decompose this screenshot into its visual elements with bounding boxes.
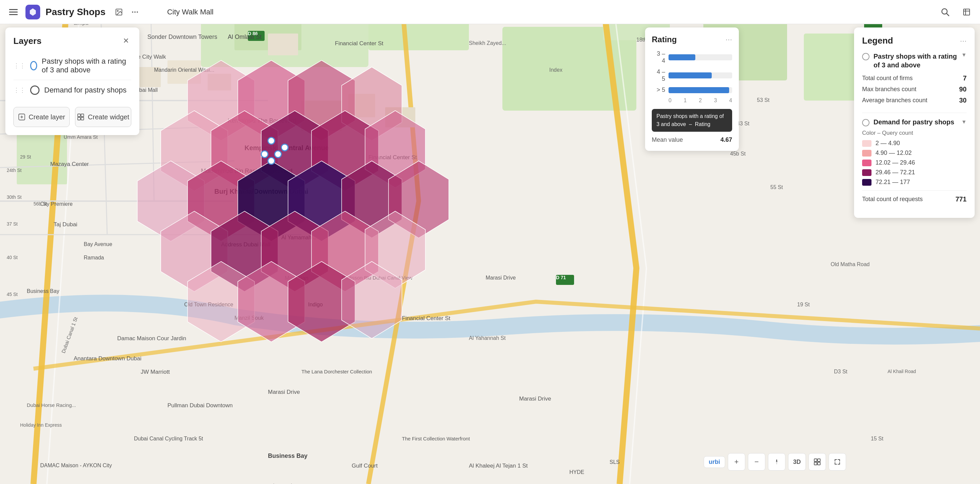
menu-icon[interactable] — [7, 5, 20, 19]
legend-color-row-5: 72.21 — 177 — [862, 179, 967, 186]
color-label-1: 2 — 4.90 — [875, 140, 900, 147]
svg-point-65 — [137, 11, 138, 13]
topbar-icons — [112, 5, 142, 19]
zoom-in-button[interactable]: + — [728, 453, 745, 471]
rating-mean: Mean value 4.67 — [652, 136, 732, 144]
create-widget-button[interactable]: Create widget — [75, 107, 131, 127]
rating-label-2: 4 – 5 — [652, 69, 665, 83]
tooltip-sublabel: Rating — [695, 121, 710, 127]
legend-radio-1[interactable] — [862, 53, 869, 60]
app-title: Pastry Shops — [46, 7, 105, 18]
stat-value-firms: 7 — [963, 74, 967, 82]
color-swatch-3 — [862, 160, 872, 166]
legend-expand-2[interactable]: ▼ — [961, 119, 967, 125]
axis-3: 3 — [714, 97, 717, 104]
rating-fill-3 — [668, 87, 729, 93]
legend-section-2: Demand for pastry shops ▼ Color – Query … — [862, 118, 967, 203]
legend-expand-1[interactable]: ▼ — [961, 52, 967, 58]
zoom-out-button[interactable]: − — [748, 453, 765, 471]
axis-2: 2 — [699, 97, 702, 104]
mean-label: Mean value — [652, 136, 683, 144]
svg-rect-68 — [964, 9, 970, 15]
stat-label-avg: Average branches count — [862, 97, 928, 104]
legend-menu-icon[interactable]: ⋯ — [960, 37, 967, 45]
legend-color-row-1: 2 — 4.90 — [862, 140, 967, 147]
svg-rect-26 — [248, 31, 265, 41]
layers-button[interactable] — [808, 453, 826, 471]
rating-bar-row-3: > 5 — [652, 86, 732, 94]
svg-rect-24 — [348, 94, 375, 117]
svg-rect-76 — [78, 117, 80, 120]
rating-track-3 — [668, 87, 732, 93]
rating-fill-2 — [668, 72, 712, 78]
svg-rect-59 — [9, 11, 18, 13]
rating-menu-icon[interactable]: ⋯ — [725, 35, 732, 43]
layer-item-demand[interactable]: ⋮⋮ Demand for pastry shops — [13, 81, 131, 99]
rating-bar-row-2: 4 – 5 — [652, 69, 732, 83]
more-icon[interactable] — [128, 5, 142, 19]
layer-name-1: Pastry shops with a rating of 3 and abov… — [42, 57, 131, 74]
svg-rect-18 — [208, 74, 231, 91]
stat-value-avg: 30 — [959, 96, 967, 104]
color-label-2: 4.90 — 12.02 — [875, 150, 912, 157]
legend-color-row-2: 4.90 — 12.02 — [862, 150, 967, 157]
layers-panel: Layers ✕ ⋮⋮ Pastry shops with a rating o… — [5, 27, 139, 135]
svg-rect-74 — [78, 114, 80, 117]
topbar: Pastry Shops City Walk Mall — [0, 0, 980, 24]
svg-rect-80 — [814, 459, 817, 462]
legend-radio-2[interactable] — [862, 119, 869, 126]
svg-point-62 — [117, 10, 118, 11]
rating-fill-1 — [668, 54, 695, 60]
svg-rect-75 — [81, 114, 84, 117]
color-swatch-5 — [862, 179, 872, 186]
layer-divider — [13, 80, 131, 80]
legend-header: Legend ⋯ — [862, 35, 967, 46]
search-button[interactable] — [939, 5, 952, 19]
map-view-icon[interactable] — [960, 5, 973, 19]
image-icon[interactable] — [112, 5, 126, 19]
3d-button[interactable]: 3D — [788, 453, 806, 471]
legend-stat-firms: Total count of firms 7 — [862, 73, 967, 84]
svg-marker-78 — [776, 459, 777, 462]
svg-rect-60 — [9, 14, 18, 15]
svg-point-64 — [134, 11, 136, 13]
color-label-3: 12.02 — 29.46 — [875, 159, 915, 166]
rating-track-2 — [668, 72, 732, 78]
tooltip-layer: Pastry shops with a rating of 3 and abov… — [657, 113, 724, 127]
fullscreen-button[interactable] — [829, 453, 846, 471]
close-button[interactable]: ✕ — [121, 35, 131, 46]
create-layer-button[interactable]: Create layer — [13, 107, 70, 127]
color-label-4: 29.46 — 72.21 — [875, 169, 915, 176]
color-swatch-1 — [862, 140, 872, 147]
svg-rect-17 — [167, 60, 201, 84]
axis-4: 4 — [729, 97, 732, 104]
color-swatch-2 — [862, 150, 872, 157]
rating-title: Rating — [652, 35, 677, 44]
mean-value: 4.67 — [721, 136, 732, 144]
legend-section-1: Pastry shops with a rating of 3 and abov… — [862, 52, 967, 106]
rating-tooltip: Pastry shops with a rating of 3 and abov… — [652, 109, 732, 132]
legend-title: Legend — [862, 35, 893, 46]
legend-layer2-header: Demand for pastry shops ▼ — [862, 118, 967, 126]
drag-handle-1: ⋮⋮ — [13, 62, 25, 69]
layer-icon-1 — [30, 61, 37, 70]
svg-rect-25 — [385, 107, 415, 127]
svg-rect-19 — [268, 34, 298, 55]
color-swatch-4 — [862, 169, 872, 176]
rating-panel: Rating ⋯ 3 – 4 4 – 5 > 5 0 1 2 3 4 Pastr… — [645, 27, 739, 151]
layer-item-pastry-shops[interactable]: ⋮⋮ Pastry shops with a rating of 3 and a… — [13, 53, 131, 78]
svg-line-67 — [947, 13, 949, 16]
compass-button[interactable] — [768, 453, 785, 471]
create-widget-label: Create widget — [88, 113, 129, 121]
svg-rect-81 — [818, 459, 820, 462]
legend-stat-max: Max branches count 90 — [862, 84, 967, 95]
drag-handle-2: ⋮⋮ — [13, 86, 25, 94]
stat-label-max: Max branches count — [862, 86, 916, 93]
svg-rect-77 — [81, 117, 84, 120]
legend-panel: Legend ⋯ Pastry shops with a rating of 3… — [854, 27, 975, 218]
rating-label-1: 3 – 4 — [652, 50, 665, 64]
map-controls: urbi + − 3D — [704, 453, 846, 471]
svg-rect-82 — [814, 462, 817, 465]
legend-total-row: Total count of requests 771 — [862, 190, 967, 203]
axis-0: 0 — [668, 97, 671, 104]
